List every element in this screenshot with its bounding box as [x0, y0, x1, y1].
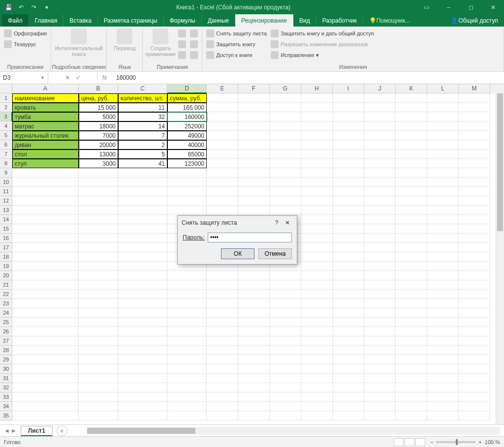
cell-empty[interactable] — [459, 299, 490, 308]
cell-empty[interactable] — [238, 121, 270, 131]
thesaurus-button[interactable]: Тезаурус — [3, 39, 48, 49]
cell-empty[interactable] — [270, 196, 301, 206]
cell-A21[interactable] — [12, 280, 79, 290]
cell-D28[interactable] — [167, 346, 207, 355]
spelling-button[interactable]: Орфография — [3, 29, 48, 38]
cell-empty[interactable] — [364, 178, 396, 187]
cell-D8[interactable]: 123000 — [167, 159, 207, 168]
cell-empty[interactable] — [270, 149, 301, 159]
cell-D34[interactable] — [167, 402, 207, 411]
cell-empty[interactable] — [238, 383, 270, 392]
cell-empty[interactable] — [301, 243, 333, 252]
tab-review[interactable]: Рецензирование — [235, 14, 293, 27]
col-header-F[interactable]: F — [238, 84, 270, 93]
cell-empty[interactable] — [396, 336, 427, 346]
cell-D3[interactable]: 160000 — [167, 112, 207, 121]
row-header-24[interactable]: 24 — [0, 308, 12, 318]
cell-empty[interactable] — [459, 243, 490, 252]
cell-A32[interactable] — [12, 383, 79, 392]
cell-empty[interactable] — [270, 355, 301, 364]
cell-empty[interactable] — [396, 262, 427, 271]
cell-empty[interactable] — [270, 374, 301, 383]
cell-empty[interactable] — [333, 355, 364, 364]
cell-empty[interactable] — [301, 318, 333, 327]
cell-empty[interactable] — [270, 178, 301, 187]
cell-empty[interactable] — [301, 402, 333, 411]
cell-empty[interactable] — [364, 168, 396, 178]
cell-C33[interactable] — [118, 392, 167, 402]
cell-empty[interactable] — [301, 290, 333, 299]
cell-empty[interactable] — [364, 402, 396, 411]
cell-empty[interactable] — [396, 121, 427, 131]
cell-empty[interactable] — [396, 346, 427, 355]
cell-empty[interactable] — [207, 159, 238, 168]
cell-empty[interactable] — [396, 374, 427, 383]
cell-B27[interactable] — [79, 336, 118, 346]
cell-B14[interactable] — [79, 215, 118, 224]
cell-empty[interactable] — [459, 234, 490, 243]
cell-empty[interactable] — [270, 364, 301, 374]
cell-empty[interactable] — [270, 206, 301, 215]
cell-empty[interactable] — [396, 402, 427, 411]
cell-empty[interactable] — [427, 290, 459, 299]
cell-empty[interactable] — [270, 168, 301, 178]
cell-A9[interactable] — [12, 168, 79, 178]
qat-customize-icon[interactable]: ▾ — [42, 3, 51, 12]
cell-empty[interactable] — [301, 140, 333, 149]
cell-empty[interactable] — [427, 383, 459, 392]
cell-C4[interactable]: 14 — [118, 121, 167, 131]
cell-empty[interactable] — [207, 346, 238, 355]
cell-D25[interactable] — [167, 318, 207, 327]
minimize-icon[interactable]: – — [438, 0, 460, 14]
cell-D30[interactable] — [167, 364, 207, 374]
cell-empty[interactable] — [207, 299, 238, 308]
cell-empty[interactable] — [396, 271, 427, 280]
row-header-18[interactable]: 18 — [0, 252, 12, 262]
cell-empty[interactable] — [270, 336, 301, 346]
cell-A6[interactable]: диван — [12, 140, 79, 149]
cell-C2[interactable]: 11 — [118, 103, 167, 112]
cell-empty[interactable] — [427, 149, 459, 159]
cell-empty[interactable] — [396, 252, 427, 262]
smart-lookup-button[interactable]: Интеллектуальный поиск — [54, 29, 103, 57]
cell-empty[interactable] — [396, 103, 427, 112]
vertical-scrollbar[interactable] — [496, 93, 504, 424]
cell-C22[interactable] — [118, 290, 167, 299]
cell-B10[interactable] — [79, 178, 118, 187]
cell-empty[interactable] — [427, 374, 459, 383]
cell-empty[interactable] — [238, 140, 270, 149]
cell-D24[interactable] — [167, 308, 207, 318]
cell-empty[interactable] — [270, 308, 301, 318]
cell-empty[interactable] — [396, 392, 427, 402]
cell-empty[interactable] — [364, 121, 396, 131]
cell-empty[interactable] — [207, 149, 238, 159]
cell-empty[interactable] — [207, 121, 238, 131]
cell-empty[interactable] — [238, 103, 270, 112]
cell-C28[interactable] — [118, 346, 167, 355]
cell-empty[interactable] — [270, 402, 301, 411]
cell-A24[interactable] — [12, 308, 79, 318]
cell-empty[interactable] — [427, 308, 459, 318]
cell-B20[interactable] — [79, 271, 118, 280]
cell-empty[interactable] — [459, 93, 490, 103]
cell-empty[interactable] — [333, 103, 364, 112]
row-header-19[interactable]: 19 — [0, 262, 12, 271]
add-sheet-button[interactable]: + — [57, 425, 67, 436]
cell-empty[interactable] — [427, 318, 459, 327]
redo-icon[interactable]: ↷ — [30, 3, 38, 12]
cell-empty[interactable] — [427, 271, 459, 280]
cell-empty[interactable] — [301, 336, 333, 346]
cell-empty[interactable] — [333, 374, 364, 383]
row-header-25[interactable]: 25 — [0, 318, 12, 327]
cell-empty[interactable] — [459, 336, 490, 346]
cell-empty[interactable] — [207, 336, 238, 346]
cell-empty[interactable] — [459, 224, 490, 234]
cell-empty[interactable] — [333, 280, 364, 290]
cell-A23[interactable] — [12, 299, 79, 308]
row-header-22[interactable]: 22 — [0, 290, 12, 299]
cell-empty[interactable] — [459, 149, 490, 159]
cell-empty[interactable] — [238, 411, 270, 420]
cell-empty[interactable] — [427, 355, 459, 364]
share-workbook-button[interactable]: Доступ к книге — [205, 50, 268, 60]
cell-empty[interactable] — [333, 327, 364, 336]
